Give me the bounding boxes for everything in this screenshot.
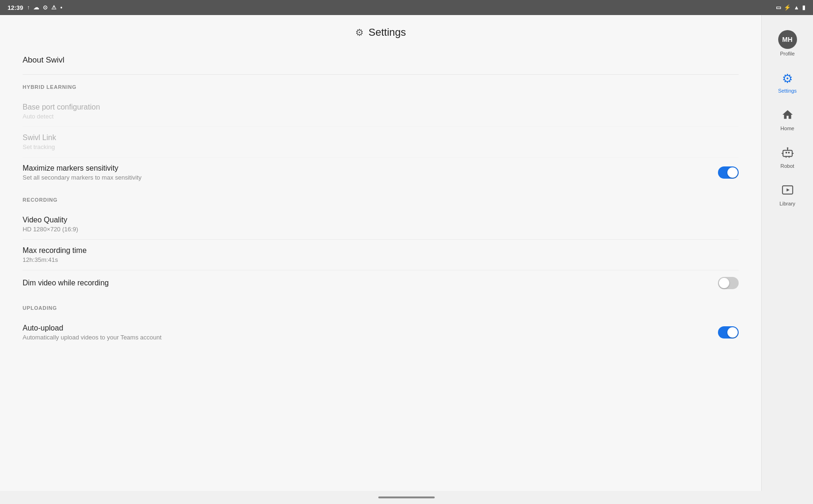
- sidebar-item-home[interactable]: Home: [767, 103, 808, 137]
- content-panel: ⚙ Settings About Swivl HYBRID LEARNING B…: [0, 15, 761, 504]
- settings-gear-icon: ⚙: [782, 71, 793, 86]
- setting-row-dim-video[interactable]: Dim video while recording: [23, 270, 739, 296]
- sidebar-item-profile[interactable]: MH Profile: [767, 24, 808, 62]
- home-indicator: [0, 491, 813, 504]
- setting-text-dim-video: Dim video while recording: [23, 279, 109, 287]
- sidebar-item-robot[interactable]: Robot: [767, 141, 808, 174]
- setting-text-max-recording-time: Max recording time 12h:35m:41s: [23, 246, 87, 263]
- setting-row-max-recording-time[interactable]: Max recording time 12h:35m:41s: [23, 240, 739, 270]
- dot-icon: •: [60, 4, 62, 11]
- section-heading-uploading: UPLOADING: [23, 305, 739, 311]
- setting-title-auto-upload: Auto-upload: [23, 324, 161, 332]
- settings-header: ⚙ Settings: [23, 15, 739, 48]
- sidebar-label-home: Home: [781, 126, 794, 131]
- setting-text-video-quality: Video Quality HD 1280×720 (16:9): [23, 216, 78, 233]
- svg-rect-1: [785, 152, 787, 153]
- setting-text-swivl-link: Swivl Link Set tracking: [23, 134, 56, 150]
- section-heading-hybrid-learning: HYBRID LEARNING: [23, 84, 739, 90]
- setting-subtitle-maximize-markers: Set all secondary markers to max sensiti…: [23, 174, 142, 181]
- bluetooth-icon: ⚡: [784, 4, 791, 11]
- svg-point-3: [787, 147, 788, 149]
- section-heading-recording: RECORDING: [23, 197, 739, 203]
- home-bar: [378, 496, 435, 498]
- home-icon: [781, 109, 794, 124]
- setting-subtitle-swivl-link: Set tracking: [23, 143, 56, 150]
- section-uploading: UPLOADING Auto-upload Automatically uplo…: [23, 296, 739, 347]
- about-label: About Swivl: [23, 55, 64, 64]
- toggle-auto-upload[interactable]: [718, 326, 739, 339]
- svg-rect-0: [783, 150, 792, 157]
- setting-text-base-port: Base port configuration Auto detect: [23, 103, 100, 120]
- svg-marker-5: [786, 189, 789, 192]
- toggle-knob-maximize-markers: [727, 167, 738, 178]
- toggle-dim-video[interactable]: [718, 277, 739, 289]
- setting-subtitle-auto-upload: Automatically upload videos to your Team…: [23, 334, 161, 341]
- time-display: 12:39: [8, 4, 23, 11]
- page-title: Settings: [368, 26, 406, 39]
- wifi-icon: ▲: [794, 4, 799, 11]
- status-bar: 12:39 ↑ ☁ ⊙ ⚠ • ▭ ⚡ ▲ ▮: [0, 0, 813, 15]
- setting-title-dim-video: Dim video while recording: [23, 279, 109, 287]
- main-wrapper: ⚙ Settings About Swivl HYBRID LEARNING B…: [0, 15, 813, 504]
- warning-icon: ⚠: [51, 4, 56, 11]
- setting-row-video-quality[interactable]: Video Quality HD 1280×720 (16:9): [23, 209, 739, 240]
- svg-rect-2: [788, 152, 789, 153]
- sidebar-label-profile: Profile: [780, 51, 795, 56]
- sidebar-label-robot: Robot: [781, 163, 794, 169]
- cloud-icon: ☁: [33, 4, 39, 11]
- setting-row-maximize-markers[interactable]: Maximize markers sensitivity Set all sec…: [23, 158, 739, 188]
- status-bar-right: ▭ ⚡ ▲ ▮: [776, 4, 805, 11]
- sidebar-item-library[interactable]: Library: [767, 178, 808, 212]
- sidebar: MH Profile ⚙ Settings Home: [761, 15, 813, 504]
- library-icon: [781, 184, 794, 199]
- about-section[interactable]: About Swivl: [23, 48, 739, 75]
- setting-subtitle-base-port: Auto detect: [23, 113, 100, 120]
- setting-title-video-quality: Video Quality: [23, 216, 78, 224]
- setting-title-maximize-markers: Maximize markers sensitivity: [23, 164, 142, 173]
- header-gear-icon: ⚙: [355, 27, 364, 38]
- cast-icon: ▭: [776, 4, 781, 11]
- setting-subtitle-max-recording-time: 12h:35m:41s: [23, 256, 87, 263]
- setting-row-auto-upload[interactable]: Auto-upload Automatically upload videos …: [23, 317, 739, 347]
- avatar: MH: [778, 30, 797, 49]
- toggle-knob-auto-upload: [727, 327, 738, 338]
- upload-icon: ↑: [27, 4, 30, 11]
- robot-icon: [781, 146, 794, 161]
- setting-title-base-port: Base port configuration: [23, 103, 100, 111]
- clock-icon: ⊙: [43, 4, 48, 11]
- setting-title-swivl-link: Swivl Link: [23, 134, 56, 142]
- section-recording: RECORDING Video Quality HD 1280×720 (16:…: [23, 188, 739, 296]
- setting-row-swivl-link[interactable]: Swivl Link Set tracking: [23, 127, 739, 158]
- sidebar-item-settings[interactable]: ⚙ Settings: [767, 66, 808, 99]
- toggle-knob-dim-video: [719, 278, 729, 288]
- sidebar-label-library: Library: [780, 201, 796, 206]
- setting-text-auto-upload: Auto-upload Automatically upload videos …: [23, 324, 161, 341]
- avatar-initials: MH: [782, 36, 793, 43]
- sidebar-label-settings: Settings: [778, 88, 797, 94]
- battery-icon: ▮: [802, 4, 805, 11]
- status-bar-left: 12:39 ↑ ☁ ⊙ ⚠ •: [8, 4, 62, 11]
- setting-title-max-recording-time: Max recording time: [23, 246, 87, 255]
- toggle-maximize-markers[interactable]: [718, 166, 739, 179]
- setting-row-base-port[interactable]: Base port configuration Auto detect: [23, 96, 739, 127]
- setting-subtitle-video-quality: HD 1280×720 (16:9): [23, 226, 78, 233]
- setting-text-maximize-markers: Maximize markers sensitivity Set all sec…: [23, 164, 142, 181]
- section-hybrid-learning: HYBRID LEARNING Base port configuration …: [23, 75, 739, 188]
